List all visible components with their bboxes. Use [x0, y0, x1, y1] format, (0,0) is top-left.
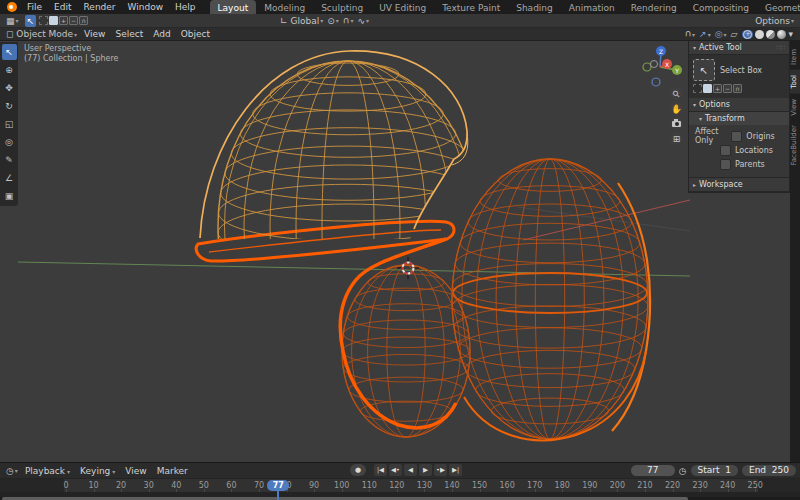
- play-button[interactable]: ▶: [419, 464, 432, 476]
- workspace-tab-layout[interactable]: Layout: [210, 0, 257, 14]
- zoom-icon[interactable]: ⚲: [670, 87, 683, 100]
- tool-transform[interactable]: ◎: [2, 134, 17, 150]
- menu-help[interactable]: Help: [169, 2, 202, 12]
- tab-view[interactable]: View: [790, 94, 800, 121]
- wire-line: [516, 159, 585, 439]
- proportional-edit-dropdown[interactable]: ∿ ▾: [355, 15, 371, 27]
- menu-marker[interactable]: Marker: [152, 466, 193, 476]
- select-mode-set[interactable]: [49, 16, 58, 25]
- tool-rotate[interactable]: ↻: [2, 98, 17, 114]
- menu-file[interactable]: File: [21, 2, 48, 12]
- playhead[interactable]: 77: [267, 480, 289, 491]
- workspace-tab-texture-paint[interactable]: Texture Paint: [434, 0, 508, 14]
- wire-line: [221, 165, 476, 221]
- camera-view-icon[interactable]: [670, 117, 683, 130]
- menu-edit[interactable]: Edit: [48, 2, 77, 12]
- workspace-tab-animation[interactable]: Animation: [561, 0, 623, 14]
- blender-logo-icon[interactable]: [7, 2, 17, 12]
- workspace-tab-modeling[interactable]: Modeling: [256, 0, 313, 14]
- menu-object[interactable]: Object: [176, 29, 215, 39]
- tool-add-cube[interactable]: ▣: [2, 188, 17, 204]
- menu-timeline-view[interactable]: View: [120, 466, 151, 476]
- mode-dropdown[interactable]: ◻ Object Mode ▾: [4, 28, 79, 40]
- ortho-grid-icon[interactable]: ⊞: [670, 132, 683, 145]
- select-mode-tweak[interactable]: [39, 16, 48, 25]
- workspace-tab-geometry-nodes[interactable]: Geometry Nodes: [757, 0, 800, 14]
- tool-select-box[interactable]: ↖: [2, 44, 17, 60]
- menu-keying[interactable]: Keying▾: [75, 466, 120, 476]
- editor-type-button[interactable]: ▦ ▾: [4, 15, 21, 27]
- menu-view[interactable]: View: [79, 29, 110, 39]
- solid-shading-icon[interactable]: [755, 30, 764, 39]
- viewport-3d[interactable]: User Perspective (77) Collection | Spher…: [0, 41, 800, 462]
- menu-add[interactable]: Add: [148, 29, 175, 39]
- select-mode-set[interactable]: [703, 84, 712, 93]
- start-frame-field[interactable]: Start 1: [691, 465, 738, 476]
- tab-facebuilder[interactable]: FaceBuilder: [790, 120, 800, 171]
- select-mode-subtract[interactable]: −: [723, 84, 732, 93]
- gizmo-y-neg-ball[interactable]: [643, 63, 651, 71]
- workspace-tab-sculpting[interactable]: Sculpting: [313, 0, 371, 14]
- menu-render[interactable]: Render: [78, 2, 122, 12]
- select-box-tool-button[interactable]: ↖: [693, 59, 715, 81]
- select-mode-tweak[interactable]: [693, 84, 702, 93]
- end-frame-field[interactable]: End 250: [742, 465, 796, 476]
- current-frame-field[interactable]: 77: [631, 465, 675, 476]
- auto-key-button[interactable]: ●: [350, 464, 366, 476]
- timeline-editor-type-button[interactable]: ◷ ▾: [4, 465, 20, 477]
- gizmo-x-neg-ball[interactable]: [651, 61, 658, 68]
- select-mode-intersect[interactable]: ∩: [79, 16, 88, 25]
- transform-header[interactable]: ▾ Transform: [689, 112, 789, 125]
- overlays-dropdown[interactable]: ◎ ▾: [713, 28, 729, 40]
- next-keyframe-button[interactable]: •▶: [434, 464, 447, 476]
- menu-select[interactable]: Select: [110, 29, 148, 39]
- tool-scale[interactable]: ◱: [2, 116, 17, 132]
- prev-keyframe-button[interactable]: ◀•: [389, 464, 402, 476]
- locations-checkbox[interactable]: [720, 145, 731, 156]
- jump-to-start-button[interactable]: |◀: [374, 464, 387, 476]
- active-tool-button[interactable]: ↖: [25, 15, 37, 27]
- rendered-shading-icon[interactable]: [777, 30, 786, 39]
- workspace-tab-compositing[interactable]: Compositing: [685, 0, 757, 14]
- tool-annotate[interactable]: ✎: [2, 152, 17, 168]
- select-mode-subtract[interactable]: −: [69, 16, 78, 25]
- workspace-header[interactable]: ▸ Workspace: [689, 177, 789, 192]
- play-reverse-button[interactable]: ◀: [404, 464, 417, 476]
- frame-ruler[interactable]: 77 0102030405060708090100110120130140150…: [0, 478, 800, 492]
- tab-item[interactable]: Item: [790, 44, 800, 70]
- gizmos-dropdown[interactable]: ↗ ▾: [697, 28, 713, 40]
- workspace-tab-shading[interactable]: Shading: [508, 0, 561, 14]
- active-tool-header[interactable]: ▾ Active Tool ∷∷: [689, 41, 789, 55]
- gizmo-z-neg-ball[interactable]: [652, 78, 660, 86]
- select-mode-extend[interactable]: +: [59, 16, 68, 25]
- parents-checkbox[interactable]: [720, 159, 731, 170]
- shading-wireframe-active[interactable]: +: [742, 30, 753, 39]
- chevron-down-icon: ▾: [791, 17, 794, 24]
- menu-window[interactable]: Window: [122, 2, 170, 12]
- material-shading-icon[interactable]: [766, 30, 775, 39]
- wire-line: [477, 159, 624, 439]
- navigation-gizmo[interactable]: Z X Y: [640, 43, 684, 87]
- snap-toggle[interactable]: ∪ ▾: [341, 15, 356, 27]
- select-mode-extend[interactable]: +: [713, 84, 722, 93]
- workspace-tab-uv-editing[interactable]: UV Editing: [371, 0, 434, 14]
- workspace-tab-rendering[interactable]: Rendering: [623, 0, 685, 14]
- select-mode-intersect[interactable]: ∩: [733, 84, 742, 93]
- pivot-point-dropdown[interactable]: ⊙ ▾: [325, 15, 341, 27]
- menu-playback[interactable]: Playback▾: [20, 466, 75, 476]
- select-box-icon: ↖: [27, 16, 35, 26]
- jump-to-end-button[interactable]: ▶|: [449, 464, 462, 476]
- workspace-title: Workspace: [699, 180, 743, 189]
- pan-hand-icon[interactable]: ✋: [670, 102, 683, 115]
- chevron-down-icon: ▾: [708, 31, 711, 38]
- xray-toggle[interactable]: ▱: [729, 28, 740, 40]
- snap-magnet-dropdown[interactable]: ∪ ▾: [683, 28, 698, 40]
- tool-move[interactable]: ✥: [2, 80, 17, 96]
- options-dropdown[interactable]: Options ▾: [753, 15, 796, 27]
- options-header[interactable]: ▾ Options: [689, 98, 789, 112]
- tool-cursor[interactable]: ⊕: [2, 62, 17, 78]
- tab-tool[interactable]: Tool: [790, 70, 800, 94]
- orientation-dropdown[interactable]: ∟ Global ▾: [278, 15, 325, 27]
- tool-measure[interactable]: ∠: [2, 170, 17, 186]
- origins-checkbox[interactable]: [731, 131, 742, 142]
